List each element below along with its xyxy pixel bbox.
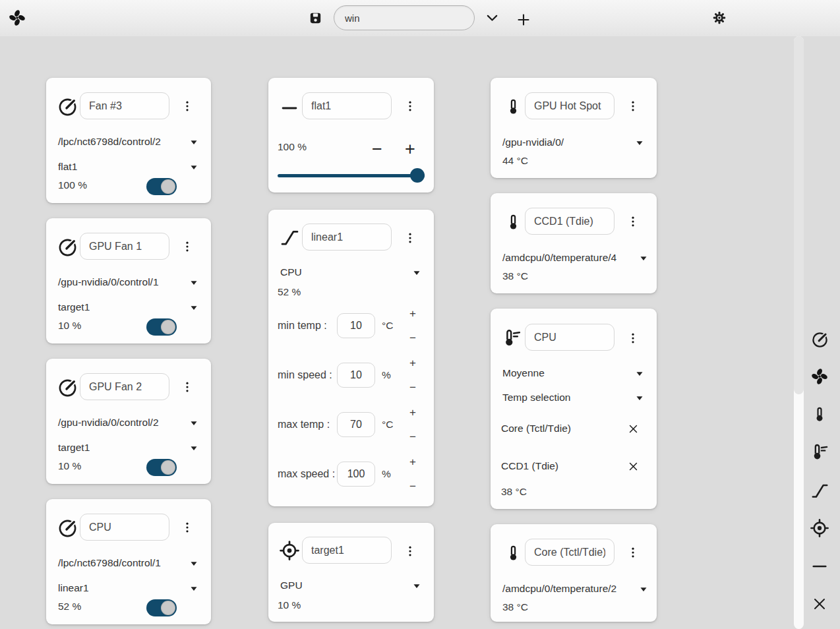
mix-function-select[interactable]: Moyenne (502, 365, 644, 382)
gauge-icon (57, 518, 78, 539)
field-value-input[interactable] (337, 313, 375, 338)
stepper-plus-icon[interactable]: + (403, 307, 423, 321)
mix-sensor-label: Core (Tctl/Tdie) (501, 423, 571, 434)
mix-sensor-row: CCD1 (Tdie) (501, 457, 641, 475)
toolbar-linear-curve-icon[interactable] (806, 477, 833, 504)
toolbar-gauge-icon[interactable] (806, 326, 833, 353)
toolbar-target-icon[interactable] (806, 515, 833, 541)
stepper-plus-icon[interactable]: + (403, 356, 423, 371)
kebab-menu-icon[interactable] (624, 542, 642, 563)
temp-name-input[interactable] (525, 324, 615, 351)
chevron-down-icon (636, 395, 644, 401)
profile-chevron-down-icon[interactable] (487, 15, 498, 22)
slider-thumb[interactable] (410, 168, 425, 183)
curve-name-input[interactable] (302, 92, 392, 119)
target-source-select[interactable]: GPU (280, 577, 421, 594)
profile-name-input[interactable] (334, 5, 475, 30)
remove-x-icon[interactable] (625, 458, 641, 474)
fan-name-input[interactable] (80, 514, 169, 541)
toolbar-thermometer-icon[interactable] (806, 402, 833, 428)
toggle-knob (161, 460, 175, 475)
fan-sensor-select[interactable]: /lpc/nct6798d/control/2 (58, 133, 198, 150)
fan-enable-toggle[interactable] (146, 599, 177, 616)
fan-curve-select[interactable]: target1 (58, 299, 198, 316)
target-percent-value: 10 % (278, 599, 301, 611)
stepper-minus-icon[interactable]: − (403, 479, 423, 494)
decrease-minus-icon[interactable]: − (366, 136, 388, 162)
gauge-icon (57, 237, 78, 258)
fan-sensor-value: /lpc/nct6798d/control/1 (58, 557, 161, 569)
fan-sensor-select[interactable]: /gpu-nvidia/0/control/1 (58, 274, 198, 291)
field-value-input[interactable] (337, 412, 375, 437)
stepper-plus-icon[interactable]: + (403, 405, 423, 420)
chevron-down-icon (636, 140, 644, 146)
fan-sensor-select[interactable]: /lpc/nct6798d/control/1 (58, 554, 198, 572)
kebab-menu-icon[interactable] (179, 236, 196, 257)
thermometer-mix-icon (501, 328, 522, 349)
kebab-menu-icon[interactable] (402, 96, 419, 117)
stepper-minus-icon[interactable]: − (403, 430, 423, 444)
toolbar-fan-icon[interactable] (806, 363, 833, 390)
fan-enable-toggle[interactable] (146, 459, 177, 476)
temp-name-input[interactable] (525, 539, 615, 566)
chevron-down-icon (640, 255, 647, 261)
field-label: min speed : (278, 363, 332, 388)
stepper-plus-icon[interactable]: + (403, 455, 423, 469)
fan-speed-value: 52 % (58, 601, 81, 613)
scrollbar-thumb[interactable] (794, 36, 804, 394)
fan-enable-toggle[interactable] (146, 318, 177, 336)
temp-name-input[interactable] (525, 208, 615, 235)
fan-sensor-select[interactable]: /gpu-nvidia/0/control/2 (58, 414, 198, 431)
linear-source-select[interactable]: CPU (280, 264, 421, 281)
temp-name-input[interactable] (525, 92, 615, 119)
stepper-minus-icon[interactable]: − (403, 331, 423, 345)
temp-sensor-select[interactable]: /amdcpu/0/temperature/2 (502, 580, 647, 597)
increase-plus-icon[interactable]: + (399, 136, 421, 162)
fan-speed-value: 10 % (58, 460, 81, 472)
kebab-menu-icon[interactable] (179, 376, 196, 398)
fan-curve-select[interactable]: flat1 (58, 158, 198, 175)
toolbar-flat-curve-icon[interactable] (806, 553, 833, 580)
kebab-menu-icon[interactable] (624, 328, 642, 349)
flat-percent-slider[interactable] (278, 174, 425, 177)
field-value-input[interactable] (337, 363, 375, 388)
field-unit: % (382, 462, 391, 487)
settings-gear-icon[interactable] (712, 11, 727, 25)
kebab-menu-icon[interactable] (624, 96, 642, 117)
kebab-menu-icon[interactable] (179, 517, 196, 538)
save-icon[interactable] (308, 11, 323, 26)
chevron-down-icon (190, 164, 198, 170)
temp-sensor-select[interactable]: /gpu-nvidia/0/ (502, 134, 644, 151)
fan-curve-value: target1 (58, 301, 90, 313)
kebab-menu-icon[interactable] (179, 96, 196, 117)
kebab-menu-icon[interactable] (402, 541, 419, 562)
fan-name-input[interactable] (80, 233, 169, 260)
mix-temp-selection-label: Temp selection (502, 392, 570, 404)
fan-control-app: /lpc/nct6798d/control/2 flat1 100 % (0, 0, 840, 629)
mix-temp-selection-select[interactable]: Temp selection (502, 389, 644, 406)
chevron-down-icon (640, 586, 647, 592)
field-value-input[interactable] (337, 462, 375, 487)
toolbar-close-x-icon[interactable] (806, 591, 833, 617)
kebab-menu-icon[interactable] (402, 227, 419, 249)
chevron-down-icon (190, 420, 198, 426)
remove-x-icon[interactable] (625, 421, 641, 436)
fan-curve-select[interactable]: target1 (58, 439, 198, 456)
fan-curve-value: target1 (58, 442, 90, 454)
fan-enable-toggle[interactable] (146, 178, 177, 195)
gauge-icon (57, 96, 78, 117)
kebab-menu-icon[interactable] (624, 211, 642, 232)
curve-name-input[interactable] (302, 224, 392, 251)
stepper-minus-icon[interactable]: − (403, 380, 423, 395)
toolbar-thermometer-mix-icon[interactable] (806, 439, 833, 465)
chevron-down-icon (190, 305, 198, 311)
top-bar (0, 0, 840, 36)
temp-sensor-select[interactable]: /amdcpu/0/temperature/4 (502, 249, 647, 266)
temp-value: 38 °C (502, 270, 528, 282)
add-profile-plus-icon[interactable] (516, 12, 531, 28)
fan-name-input[interactable] (80, 92, 169, 119)
fan-curve-select[interactable]: linear1 (58, 580, 198, 597)
temp-value: 44 °C (502, 155, 528, 167)
curve-name-input[interactable] (302, 537, 392, 564)
fan-name-input[interactable] (80, 373, 169, 400)
